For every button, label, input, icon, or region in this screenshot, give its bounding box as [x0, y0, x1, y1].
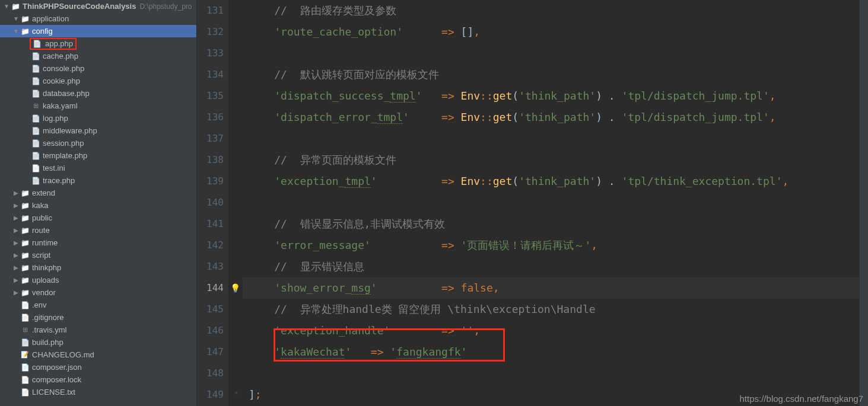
- yaml-icon: [20, 325, 30, 335]
- tree-item-test-ini[interactable]: test.ini: [0, 162, 196, 174]
- tree-item-uploads[interactable]: uploads: [0, 274, 196, 286]
- line-number: 147: [206, 341, 224, 363]
- tree-item-kaka-yaml[interactable]: kaka.yaml: [0, 100, 196, 112]
- tree-item-composer-json[interactable]: composer.json: [0, 361, 196, 373]
- folder-icon: [20, 288, 30, 298]
- tree-item-CHANGELOG-md[interactable]: CHANGELOG.md: [0, 349, 196, 361]
- code-line[interactable]: // 异常页面的模板文件: [243, 149, 860, 171]
- tree-item--env[interactable]: .env: [0, 299, 196, 311]
- chevron-down-icon[interactable]: [12, 15, 20, 22]
- line-number: 140: [206, 192, 224, 213]
- code-line[interactable]: 'dispatch_error_tmpl' => Env::get('think…: [243, 107, 860, 128]
- line-number: 144: [206, 277, 224, 299]
- tree-item-label: route: [32, 226, 50, 235]
- chevron-right-icon[interactable]: [12, 264, 20, 271]
- tree-item-application[interactable]: application: [0, 12, 196, 25]
- tree-item-label: session.php: [43, 139, 84, 148]
- tree-item-runtime[interactable]: runtime: [0, 236, 196, 249]
- line-number: 131: [206, 0, 224, 21]
- highlighted-file: app.php: [31, 39, 75, 49]
- chevron-right-icon[interactable]: [12, 252, 20, 258]
- fold-end-icon[interactable]: ⌃: [234, 384, 239, 405]
- tree-item-database-php[interactable]: database.php: [0, 87, 196, 100]
- chevron-right-icon[interactable]: [12, 289, 20, 296]
- code-line[interactable]: 'exception_tmpl' => Env::get('think_path…: [243, 171, 860, 192]
- tree-item-thinkphp[interactable]: thinkphp: [0, 261, 196, 274]
- tree-item-console-php[interactable]: console.php: [0, 62, 196, 75]
- code-line[interactable]: 'error_message' => '页面错误！请稍后再试～',: [243, 235, 860, 256]
- code-line[interactable]: // 显示错误信息: [243, 256, 860, 277]
- tree-item-label: uploads: [32, 276, 59, 284]
- code-line[interactable]: 'kakaWechat' => 'fangkangfk': [243, 341, 860, 363]
- chevron-right-icon[interactable]: [12, 215, 20, 221]
- chevron-right-icon[interactable]: [12, 227, 20, 234]
- tree-item-cookie-php[interactable]: cookie.php: [0, 75, 196, 87]
- folder-icon: [20, 251, 30, 260]
- line-number: 134: [206, 64, 224, 85]
- chevron-down-icon[interactable]: [2, 3, 11, 9]
- tree-item-vendor[interactable]: vendor: [0, 286, 196, 299]
- code-line[interactable]: [243, 43, 860, 64]
- code-line[interactable]: // 异常处理handle类 留空使用 \think\exception\Han…: [243, 299, 860, 320]
- chevron-right-icon[interactable]: [12, 277, 20, 283]
- code-area[interactable]: // 路由缓存类型及参数 'route_cache_option' => [],…: [243, 0, 860, 406]
- tree-item-label: config: [32, 27, 53, 36]
- folder-icon: [20, 188, 30, 198]
- tree-item-config[interactable]: config: [0, 25, 196, 37]
- tree-item-label: CHANGELOG.md: [32, 350, 94, 359]
- line-number: 145: [206, 299, 224, 320]
- tree-item-label: build.php: [32, 338, 63, 347]
- tree-item--travis-yml[interactable]: .travis.yml: [0, 324, 196, 336]
- tree-item-composer-lock[interactable]: composer.lock: [0, 373, 196, 386]
- line-number: 138: [206, 149, 224, 171]
- tree-item-kaka[interactable]: kaka: [0, 199, 196, 212]
- line-number: 137: [206, 128, 224, 149]
- yaml-icon: [31, 101, 40, 111]
- code-line[interactable]: // 错误显示信息,非调试模式有效: [243, 213, 860, 235]
- tree-item-app-php[interactable]: app.php: [0, 37, 196, 50]
- intention-bulb-icon[interactable]: 💡: [228, 277, 243, 299]
- tree-item-cache-php[interactable]: cache.php: [0, 50, 196, 62]
- code-line[interactable]: // 路由缓存类型及参数: [243, 0, 860, 21]
- tree-item-LICENSE-txt[interactable]: LICENSE.txt: [0, 386, 196, 398]
- code-line[interactable]: 'show_error_msg' => false,: [243, 277, 860, 299]
- chevron-right-icon[interactable]: [12, 239, 20, 246]
- project-tree[interactable]: ThinkPHPSourceCodeAnalysis D:\phpstudy_p…: [0, 0, 197, 406]
- tree-item-session-php[interactable]: session.php: [0, 137, 196, 149]
- code-line[interactable]: [243, 363, 860, 384]
- code-line[interactable]: [243, 128, 860, 149]
- chevron-down-icon[interactable]: [12, 28, 20, 34]
- tree-item-build-php[interactable]: build.php: [0, 336, 196, 349]
- tree-item-middleware-php[interactable]: middleware.php: [0, 124, 196, 137]
- tree-item-script[interactable]: script: [0, 249, 196, 261]
- chevron-right-icon[interactable]: [12, 202, 20, 209]
- code-line[interactable]: 'dispatch_success_tmpl' => Env::get('thi…: [243, 85, 860, 107]
- code-line[interactable]: 'route_cache_option' => [],: [243, 21, 860, 43]
- tree-item-template-php[interactable]: template.php: [0, 149, 196, 162]
- tree-item-extend[interactable]: extend: [0, 187, 196, 199]
- tree-item-label: LICENSE.txt: [32, 388, 75, 397]
- txt-icon: [20, 388, 30, 397]
- chevron-right-icon[interactable]: [12, 190, 20, 196]
- line-number: 136: [206, 107, 224, 128]
- php-icon: [31, 151, 40, 161]
- tree-item--gitignore[interactable]: .gitignore: [0, 311, 196, 324]
- watermark: https://blog.csdn.net/fangkang7: [740, 394, 863, 404]
- scrollbar-vertical[interactable]: [860, 0, 868, 406]
- line-number: 146: [206, 320, 224, 341]
- php-icon: [20, 338, 30, 347]
- tree-item-route[interactable]: route: [0, 224, 196, 236]
- tree-item-label: runtime: [32, 238, 58, 247]
- tree-item-trace-php[interactable]: trace.php: [0, 174, 196, 187]
- tree-item-label: database.php: [43, 89, 90, 98]
- code-line[interactable]: 'exception_handle' => '',: [243, 320, 860, 341]
- code-line[interactable]: // 默认跳转页面对应的模板文件: [243, 64, 860, 85]
- tree-root[interactable]: ThinkPHPSourceCodeAnalysis D:\phpstudy_p…: [0, 0, 196, 12]
- tree-item-log-php[interactable]: log.php: [0, 112, 196, 124]
- txt-icon: [20, 375, 30, 385]
- tree-item-public[interactable]: public: [0, 212, 196, 224]
- code-line[interactable]: [243, 192, 860, 213]
- php-icon: [31, 114, 40, 123]
- tree-item-label: extend: [32, 188, 55, 197]
- code-editor[interactable]: 1311321331341351361371381391401411421431…: [197, 0, 868, 406]
